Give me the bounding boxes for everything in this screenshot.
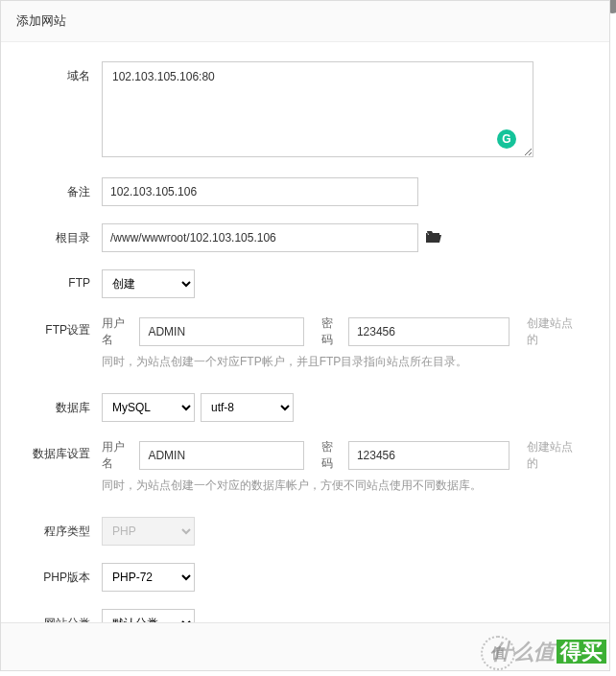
folder-icon[interactable]: [426, 231, 441, 245]
ftp-username-input[interactable]: [139, 317, 303, 346]
ftp-password-input[interactable]: [348, 317, 509, 346]
label-ftp-password: 密码: [321, 315, 343, 348]
row-ftp: FTP 创建: [11, 269, 580, 298]
label-program-type: 程序类型: [11, 517, 102, 540]
label-ftp-username: 用户名: [102, 315, 133, 348]
program-type-select: PHP: [102, 517, 195, 546]
db-username-input[interactable]: [139, 441, 303, 470]
label-ftp-settings: FTP设置: [11, 315, 102, 338]
row-program-type: 程序类型 PHP: [11, 517, 580, 546]
label-php-version: PHP版本: [11, 563, 102, 586]
ftp-select[interactable]: 创建: [102, 269, 195, 298]
watermark-text1: 什么值: [491, 640, 555, 664]
ftp-side-hint: 创建站点的: [527, 315, 580, 348]
db-password-input[interactable]: [348, 441, 509, 470]
dialog-title: 添加网站: [1, 1, 609, 42]
database-select[interactable]: MySQL: [102, 393, 195, 422]
remark-input[interactable]: [102, 177, 418, 206]
row-remark: 备注: [11, 177, 580, 206]
root-input[interactable]: [102, 223, 418, 252]
label-database: 数据库: [11, 393, 102, 416]
label-db-settings: 数据库设置: [11, 439, 102, 462]
label-root: 根目录: [11, 223, 102, 246]
db-side-hint: 创建站点的: [527, 439, 580, 472]
db-helper-text: 同时，为站点创建一个对应的数据库帐户，方便不同站点使用不同数据库。: [102, 478, 580, 494]
row-ftp-settings: FTP设置 用户名 密码 创建站点的 同时，为站点创建一个对应FTP帐户，并且F…: [11, 315, 580, 370]
label-ftp: FTP: [11, 269, 102, 290]
row-db-settings: 数据库设置 用户名 密码 创建站点的 同时，为站点创建一个对应的数据库帐户，方便…: [11, 439, 580, 494]
ftp-helper-text: 同时，为站点创建一个对应FTP帐户，并且FTP目录指向站点所在目录。: [102, 354, 580, 370]
row-database: 数据库 MySQL utf-8: [11, 393, 580, 422]
form-body: 域名 G 备注 根目录: [1, 42, 609, 664]
row-domain: 域名 G: [11, 61, 580, 160]
label-domain: 域名: [11, 61, 102, 84]
grammarly-icon[interactable]: G: [497, 129, 516, 149]
charset-select[interactable]: utf-8: [201, 393, 294, 422]
domain-textarea[interactable]: [102, 61, 533, 157]
label-remark: 备注: [11, 177, 102, 200]
label-db-username: 用户名: [102, 439, 133, 472]
label-db-password: 密码: [321, 439, 343, 472]
row-php-version: PHP版本 PHP-72: [11, 563, 580, 592]
row-root: 根目录: [11, 223, 580, 252]
watermark-text: 什么值得买: [491, 638, 606, 666]
php-version-select[interactable]: PHP-72: [102, 563, 195, 592]
add-site-dialog: 添加网站 域名 G 备注 根目录: [0, 0, 610, 671]
watermark-text2: 得买: [557, 640, 606, 664]
